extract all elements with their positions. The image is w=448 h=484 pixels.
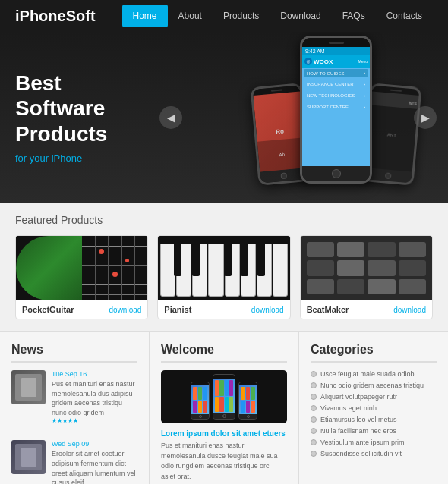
categories-list: Usce feugiat male suada odiobi Nunc odio… (311, 370, 437, 457)
news-thumb-2 (11, 440, 46, 474)
news-title: News (11, 343, 137, 363)
pianist-name: Pianist (164, 305, 191, 314)
news-content-2: Wed Sep 09 Eroolor sit amet coetuer adip… (52, 440, 137, 484)
cat-bullet-5 (311, 428, 317, 434)
welcome-phone-image (161, 370, 287, 423)
cat-item-2: Aliquart volutpapeger rutr (311, 393, 437, 401)
featured-title: Featured Products (15, 214, 433, 226)
pianist-download[interactable]: download (251, 306, 284, 314)
news-item-1: Tue Sep 16 Pus et manituri enas nastur m… (11, 370, 137, 432)
welcome-section: Welcome (150, 332, 299, 484)
cat-item-1: Nunc odio gridem aecenas tristiqu (311, 382, 437, 389)
product-pianist: Pianist download (157, 235, 290, 319)
cat-item-5: Nulla facilisnam nec eros (311, 427, 437, 435)
cat-bullet-6 (311, 439, 317, 445)
pocketguitar-name: PocketGuitar (22, 305, 74, 314)
categories-section: Categories Usce feugiat male suada odiob… (299, 332, 448, 484)
news-item-2: Wed Sep 09 Eroolor sit amet coetuer adip… (11, 440, 137, 484)
lower-section: News Tue Sep 16 Pus et manituri enas nas… (0, 331, 448, 484)
beatmaker-image (301, 236, 432, 300)
pianist-info: Pianist download (158, 300, 289, 319)
categories-title: Categories (311, 343, 437, 363)
cat-item-7: Suspendisse sollicitudin vit (311, 450, 437, 457)
news-section: News Tue Sep 16 Pus et manituri enas nas… (0, 332, 150, 484)
pocketguitar-download[interactable]: download (109, 306, 142, 314)
cat-item-3: Vivamus eget ninh (311, 404, 437, 412)
cat-bullet-0 (311, 371, 317, 377)
nav-contacts[interactable]: Contacts (376, 5, 433, 27)
beatmaker-info: BeatMaker download (301, 300, 432, 319)
header: iPhoneSoft Home About Products Download … (0, 0, 448, 32)
products-grid: PocketGuitar download (15, 235, 433, 319)
logo-plain: iPhone (15, 8, 66, 24)
product-beatmaker: BeatMaker download (300, 235, 433, 319)
pianist-image (158, 236, 289, 300)
welcome-title: Welcome (161, 343, 287, 363)
news-date-2: Wed Sep 09 (52, 440, 137, 448)
featured-section: Featured Products (0, 203, 448, 331)
nav-home[interactable]: Home (122, 5, 168, 27)
cat-label-5: Nulla facilisnam nec eros (320, 427, 396, 435)
cat-label-0: Usce feugiat male suada odiobi (320, 370, 416, 378)
welcome-text: Lorem ipsum dolor sit amet etuers Pus et… (161, 429, 287, 482)
news-text-2: Eroolor sit amet coetuer adipisum fermen… (52, 449, 137, 484)
logo: iPhoneSoft (15, 8, 96, 25)
phone-mockups: Ro Ab 9:42 AM @ (254, 36, 418, 184)
hero-next-arrow[interactable]: ▶ (414, 106, 437, 129)
nav-products[interactable]: Products (213, 5, 270, 27)
phone-center: 9:42 AM @ WOOX Menu HOW-TO GUIDES › INSU… (300, 36, 372, 184)
cat-bullet-3 (311, 405, 317, 411)
cat-label-1: Nunc odio gridem aecenas tristiqu (320, 382, 424, 389)
hero-headline: Best Software Products (15, 71, 107, 147)
cat-item-6: Vestibulum ante ipsum prim (311, 438, 437, 446)
news-date-1: Tue Sep 16 (52, 370, 137, 378)
cat-label-7: Suspendisse sollicitudin vit (320, 450, 402, 457)
hero-text: Best Software Products for your iPhone (15, 71, 107, 165)
cat-label-6: Vestibulum ante ipsum prim (320, 438, 405, 446)
cat-label-3: Vivamus eget ninh (320, 404, 377, 412)
cat-bullet-2 (311, 394, 317, 400)
cat-label-4: Etiamursus leo vel metus (320, 416, 397, 423)
hero-prev-arrow[interactable]: ◀ (159, 106, 182, 129)
pocketguitar-info: PocketGuitar download (16, 300, 147, 319)
cat-item-4: Etiamursus leo vel metus (311, 416, 437, 423)
hero-sub: for your iPhone (15, 152, 107, 164)
news-content-1: Tue Sep 16 Pus et manituri enas nastur m… (52, 370, 137, 424)
cat-bullet-7 (311, 451, 317, 457)
beatmaker-name: BeatMaker (307, 305, 349, 314)
welcome-paragraph: Pus et manituri enas nastur memolesanula… (161, 441, 287, 482)
hero-section: Best Software Products for your iPhone ◀… (0, 32, 448, 203)
nav-download[interactable]: Download (270, 5, 331, 27)
nav-about[interactable]: About (168, 5, 213, 27)
beatmaker-download[interactable]: download (393, 306, 426, 314)
cat-bullet-1 (311, 382, 317, 388)
welcome-link[interactable]: Lorem ipsum dolor sit amet etuers (161, 429, 287, 438)
nav: Home About Products Download FAQs Contac… (122, 5, 433, 27)
news-thumb-1 (11, 370, 46, 404)
nav-faqs[interactable]: FAQs (332, 5, 376, 27)
pocketguitar-image (16, 236, 147, 300)
news-stars-1: ★★★★★ (52, 417, 137, 424)
news-text-1: Pus et manituri enas nastur memolesanula… (52, 379, 137, 417)
product-pocketguitar: PocketGuitar download (15, 235, 148, 319)
cat-bullet-4 (311, 416, 317, 423)
logo-bold: Soft (66, 8, 96, 24)
cat-item-0: Usce feugiat male suada odiobi (311, 370, 437, 378)
cat-label-2: Aliquart volutpapeger rutr (320, 393, 397, 401)
